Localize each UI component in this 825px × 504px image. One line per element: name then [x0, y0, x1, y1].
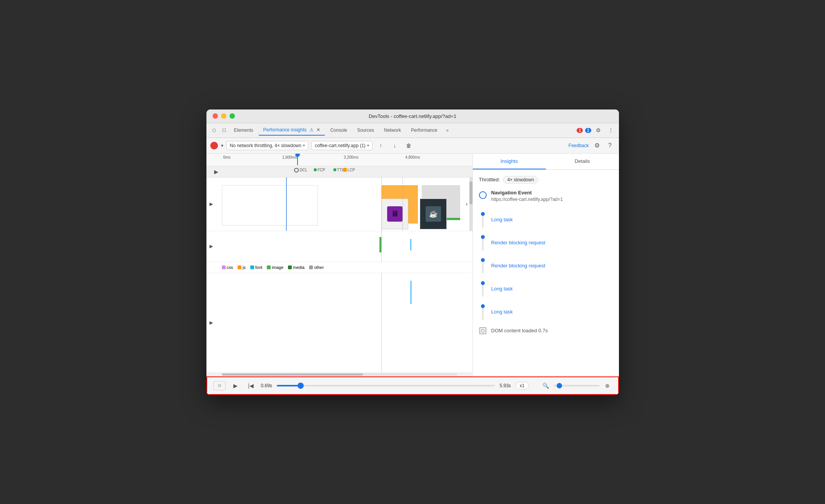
timeline-dot — [481, 258, 485, 262]
window-title: DevTools - coffee-cart.netlify.app/?ad=1 — [369, 113, 456, 119]
time-markers-row: 0ms 1,600ms 3,200ms 4,800ms — [206, 154, 472, 166]
nav-circle-icon — [479, 191, 487, 199]
skip-to-start-icon[interactable]: |◀ — [246, 380, 256, 391]
close-button[interactable] — [213, 113, 218, 119]
dashed-line-2 — [403, 177, 403, 231]
inspect-icon[interactable]: ☐ — [220, 126, 229, 135]
zoom-in-icon[interactable]: ⊕ — [603, 381, 612, 390]
tab-bar: ⬡ ☐ Elements Performance insights ⚠ ✕ Co… — [206, 123, 619, 138]
zoom-controls: 🔍 ⊕ — [541, 381, 612, 390]
zoom-out-icon[interactable]: 🔍 — [541, 381, 551, 390]
start-time-label: 0.69s — [261, 383, 272, 388]
scrollbar-thumb[interactable] — [469, 181, 472, 204]
tab-performance[interactable]: Performance — [406, 125, 442, 135]
long-task-link-3[interactable]: Long task — [491, 309, 513, 315]
scrubber-thumb[interactable] — [298, 383, 304, 389]
record-dropdown[interactable]: ▾ — [221, 143, 223, 148]
playback-speed-badge[interactable]: x1 — [516, 382, 529, 390]
timeline-connector — [479, 281, 487, 297]
dashed-line-4 — [381, 273, 382, 372]
cursor-icon[interactable]: ⬡ — [210, 126, 219, 135]
expand-filmstrip[interactable]: ▶ — [210, 201, 213, 207]
activity-row: ▶ — [206, 273, 472, 373]
download-button[interactable]: ↓ — [389, 140, 400, 151]
scrubber-fill — [277, 385, 301, 386]
render-blocking-link-1[interactable]: Render blocking request — [491, 240, 546, 245]
js-color — [238, 265, 241, 269]
long-task-link-1[interactable]: Long task — [491, 217, 513, 222]
long-task-link-2[interactable]: Long task — [491, 286, 513, 292]
scroll-right-icon[interactable]: › — [466, 201, 467, 207]
screenshot-toggle-icon[interactable]: ⊡ — [213, 381, 226, 390]
insights-tabs: Insights Details — [473, 154, 619, 170]
css-color — [222, 265, 226, 269]
traffic-lights — [213, 113, 235, 119]
dom-content-loaded: DOM content loaded 0.7s — [491, 328, 548, 333]
zoom-track[interactable] — [554, 385, 600, 386]
more-tabs-icon[interactable]: » — [443, 126, 452, 135]
settings-icon[interactable]: ⚙ — [594, 125, 604, 135]
scrubber-track — [277, 385, 495, 386]
settings-gear-icon[interactable]: ⚙ — [592, 141, 602, 151]
nav-event-url: https://coffee-cart.netlify.app/?ad=1 — [491, 197, 613, 202]
insight-item-4: Long task — [479, 300, 613, 323]
dcl-circle — [479, 327, 486, 334]
help-icon[interactable]: ? — [605, 141, 615, 151]
end-time-label: 5.93s — [499, 383, 511, 388]
timeline-line — [482, 262, 483, 274]
zoom-thumb[interactable] — [557, 383, 562, 388]
more-options-icon[interactable]: ⋮ — [606, 125, 616, 135]
upload-button[interactable]: ↑ — [376, 140, 386, 151]
expand-network[interactable]: ▶ — [210, 244, 213, 249]
tab-performance-insights[interactable]: Performance insights ⚠ ✕ — [259, 125, 325, 136]
expand-activity[interactable]: ▶ — [210, 320, 213, 325]
record-button[interactable] — [210, 142, 218, 149]
expand-arrow[interactable]: ▶ — [214, 169, 218, 175]
fcp-marker: FCP — [314, 168, 325, 172]
time-marker-0: 0ms — [223, 155, 231, 159]
tab-insights[interactable]: Insights — [473, 154, 546, 169]
tab-console[interactable]: Console — [326, 125, 352, 135]
tab-details[interactable]: Details — [546, 154, 619, 169]
h-scroll-thumb[interactable] — [222, 373, 363, 376]
time-scrubber[interactable] — [277, 385, 495, 386]
tab-network[interactable]: Network — [379, 125, 406, 135]
error-badge: 1 — [577, 128, 583, 133]
dashed-line-1 — [381, 177, 382, 231]
time-marker-3200: 3,200ms — [344, 155, 358, 159]
insights-body: Throttled: 4× slowdown Navigation Event … — [473, 170, 619, 344]
insight-timeline: Long task Render blocking request — [479, 208, 613, 338]
timeline-connector — [479, 304, 487, 320]
filmstrip-row: ▶ 🖥 — [206, 177, 472, 231]
timeline-line — [482, 239, 483, 250]
tab-sources[interactable]: Sources — [353, 125, 379, 135]
timeline-connector — [479, 327, 487, 334]
media-color — [288, 265, 292, 269]
devtools-window: DevTools - coffee-cart.netlify.app/?ad=1… — [206, 109, 619, 395]
legend-row: css js font image media — [206, 262, 472, 273]
time-marker-4800: 4,800ms — [405, 155, 420, 159]
timeline-connector — [479, 258, 487, 274]
tti-marker: TTI — [333, 168, 343, 172]
timeline-cursor — [297, 154, 298, 165]
dcl-inner-circle — [481, 329, 485, 333]
legend-js: js — [238, 265, 246, 270]
legend-image: image — [267, 265, 283, 270]
delete-button[interactable]: 🗑 — [403, 140, 414, 151]
insights-panel: Insights Details Throttled: 4× slowdown — [473, 154, 619, 376]
insight-item-2: Render blocking request — [479, 254, 613, 277]
dashed-line-3 — [381, 231, 382, 262]
insight-item-0: Long task — [479, 208, 613, 231]
minimize-button[interactable] — [221, 113, 226, 119]
time-markers: 0ms 1,600ms 3,200ms 4,800ms — [223, 155, 469, 164]
tab-elements[interactable]: Elements — [230, 125, 258, 135]
target-dropdown[interactable]: coffee-cart.netlify.app (1) ▾ — [311, 141, 373, 150]
play-button[interactable]: ▶ — [230, 380, 241, 391]
timeline-line — [482, 216, 483, 227]
insight-item-3: Long task — [479, 277, 613, 300]
network-throttle-dropdown[interactable]: No network throttling, 4× slowdown ▾ — [226, 141, 308, 150]
feedback-link[interactable]: Feedback — [569, 143, 589, 148]
maximize-button[interactable] — [230, 113, 235, 119]
render-blocking-link-2[interactable]: Render blocking request — [491, 263, 546, 269]
nav-event: Navigation Event https://coffee-cart.net… — [479, 190, 613, 202]
